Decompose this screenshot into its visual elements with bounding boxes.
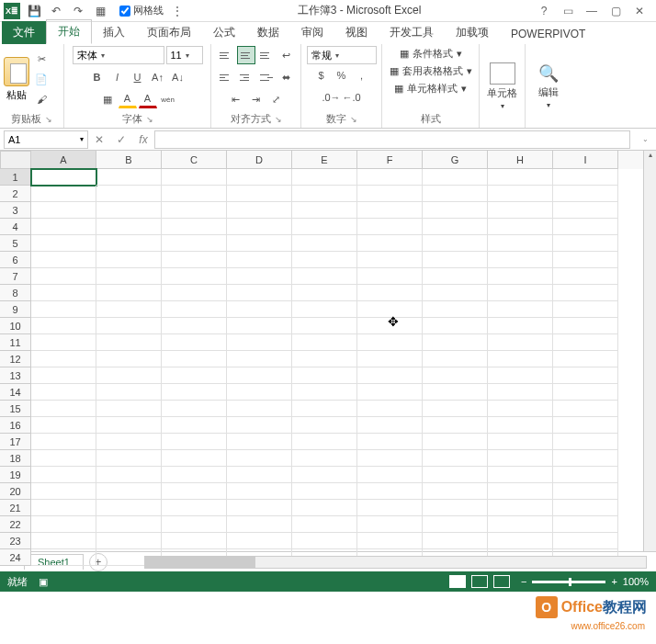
cell[interactable] [96,169,162,186]
font-size-combo[interactable]: 11▾ [166,46,203,64]
fill-color-button[interactable]: A [119,90,137,108]
percent-button[interactable]: % [333,66,351,85]
cell[interactable] [357,334,423,351]
cell[interactable] [227,202,292,219]
tab-addins[interactable]: 加载项 [445,21,500,44]
cell[interactable] [31,186,96,202]
cell[interactable] [488,434,553,450]
cell[interactable] [96,202,162,219]
cell[interactable] [488,285,553,301]
cell[interactable] [357,516,423,533]
cell[interactable] [292,169,357,186]
orientation-button[interactable]: ⤢ [267,90,286,108]
cell[interactable] [162,219,227,235]
cell[interactable] [31,417,96,434]
cell[interactable] [292,384,357,401]
cell[interactable] [488,351,553,367]
cell[interactable] [553,169,618,186]
scroll-up-button[interactable]: ▴ [644,151,656,164]
cell[interactable] [96,450,162,467]
cell[interactable] [31,268,96,285]
merge-button[interactable]: ⬌ [277,68,296,86]
row-header[interactable]: 4 [0,219,31,235]
cell[interactable] [162,467,227,483]
cell[interactable] [488,334,553,351]
cell[interactable] [96,483,162,500]
cell[interactable] [162,301,227,318]
cell[interactable] [227,533,292,549]
cell[interactable] [227,434,292,450]
cell[interactable] [553,334,618,351]
align-right-button[interactable] [257,68,276,86]
select-all-button[interactable] [0,151,31,169]
row-header[interactable]: 3 [0,202,31,219]
increase-font-button[interactable]: A↑ [149,68,167,86]
cell[interactable] [423,186,488,202]
cell[interactable] [31,467,96,483]
row-header[interactable]: 5 [0,235,31,252]
accounting-button[interactable]: $ [312,66,331,85]
cell[interactable] [488,318,553,334]
cell[interactable] [357,202,423,219]
cell[interactable] [162,367,227,384]
cell[interactable] [96,533,162,549]
cancel-entry-button[interactable]: ✕ [88,130,110,149]
cell[interactable] [162,516,227,533]
cell[interactable] [488,384,553,401]
cell[interactable] [96,367,162,384]
cell[interactable] [292,351,357,367]
cell[interactable] [162,318,227,334]
font-color-button[interactable]: A [139,90,157,108]
tab-developer[interactable]: 开发工具 [379,21,445,44]
cell[interactable] [423,318,488,334]
cell[interactable] [227,186,292,202]
save-button[interactable]: 💾 [26,3,42,19]
row-header[interactable]: 9 [0,301,31,318]
cell[interactable] [292,467,357,483]
gridlines-checkbox[interactable]: 网格线 [119,4,164,17]
cell[interactable] [96,384,162,401]
italic-button[interactable]: I [108,68,127,86]
row-header[interactable]: 16 [0,417,31,434]
tab-powerpivot[interactable]: POWERPIVOT [500,24,596,44]
cell[interactable] [96,268,162,285]
zoom-level[interactable]: 100% [623,576,649,587]
cell[interactable] [357,318,423,334]
cell[interactable] [423,516,488,533]
tab-insert[interactable]: 插入 [92,21,136,44]
cell[interactable] [227,367,292,384]
cell[interactable] [357,252,423,268]
align-center-button[interactable] [237,68,255,86]
cell[interactable] [96,219,162,235]
row-header[interactable]: 13 [0,367,31,384]
cell[interactable] [488,367,553,384]
cell[interactable] [162,334,227,351]
row-header[interactable]: 18 [0,450,31,467]
cut-button[interactable]: ✂ [32,50,51,68]
row-header[interactable]: 23 [0,533,31,549]
cell[interactable] [423,268,488,285]
cell[interactable] [96,285,162,301]
cell[interactable] [227,252,292,268]
format-painter-button[interactable]: 🖌 [32,90,51,108]
cell[interactable] [553,235,618,252]
cell[interactable] [31,516,96,533]
cell[interactable] [357,235,423,252]
cells-button[interactable]: 单元格 ▾ [483,62,521,110]
row-header[interactable]: 7 [0,268,31,285]
cell[interactable] [96,417,162,434]
cell[interactable] [488,268,553,285]
cell[interactable] [292,235,357,252]
cell[interactable] [553,202,618,219]
column-header[interactable]: G [423,151,488,169]
cell[interactable] [357,384,423,401]
cell[interactable] [553,367,618,384]
row-header[interactable]: 24 [0,549,31,566]
cell[interactable] [227,417,292,434]
cell[interactable] [162,401,227,417]
cell[interactable] [423,219,488,235]
cell[interactable] [423,334,488,351]
cell[interactable] [553,268,618,285]
cell[interactable] [227,219,292,235]
cell[interactable] [488,401,553,417]
